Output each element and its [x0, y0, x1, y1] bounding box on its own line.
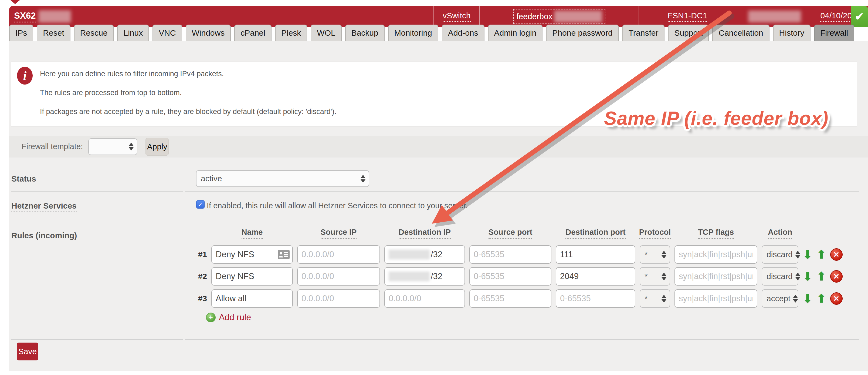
- rule3-destination-ip-input[interactable]: [384, 289, 465, 308]
- rule2-destination-port-input[interactable]: [556, 267, 636, 286]
- delete-icon[interactable]: ✕: [830, 248, 843, 261]
- delete-icon[interactable]: ✕: [830, 292, 843, 305]
- tab-monitoring[interactable]: Monitoring: [388, 25, 438, 41]
- apply-button[interactable]: Apply: [146, 138, 169, 155]
- tab-wol[interactable]: WOL: [311, 25, 341, 41]
- rule-number: #3: [190, 294, 207, 303]
- annotation-text: Same IP (i.e. feeder box): [604, 108, 829, 129]
- tab-firewall[interactable]: Firewall: [814, 25, 854, 41]
- rule2-protocol-select[interactable]: *: [640, 267, 670, 286]
- tab-cpanel[interactable]: cPanel: [234, 25, 272, 41]
- server-name-text: feederbox: [516, 12, 552, 21]
- rule1-source-ip-input[interactable]: [297, 245, 380, 264]
- server-type-link[interactable]: SX62: [14, 10, 36, 22]
- tab-admin-login[interactable]: Admin login: [488, 25, 543, 41]
- info-line-1: Here you can define rules to filter inco…: [40, 70, 224, 78]
- server-title-group: SX62: [9, 6, 433, 27]
- rule2-name-input[interactable]: [211, 267, 293, 286]
- move-up-icon[interactable]: ⬆: [816, 249, 827, 260]
- vswitch-link[interactable]: vSwitch: [443, 11, 470, 22]
- rule1-protocol-select[interactable]: *: [640, 245, 670, 264]
- firewall-template-select[interactable]: [88, 138, 137, 155]
- vswitch-section: vSwitch: [433, 6, 479, 27]
- page: SX62 vSwitch feederbox FSN1-DC1 04/10/20…: [0, 0, 868, 375]
- rule3-name-input[interactable]: [211, 289, 293, 308]
- row-divider: [185, 191, 859, 192]
- rule1-destination-ip-input[interactable]: /32: [384, 245, 465, 264]
- tab-support[interactable]: Support: [668, 25, 709, 41]
- rule3-destination-port-input[interactable]: [556, 289, 636, 308]
- rule2-source-port-input[interactable]: [469, 267, 551, 286]
- select-arrows-icon: [796, 272, 800, 281]
- tab-ips[interactable]: IPs: [9, 25, 33, 41]
- hetzner-services-checkbox[interactable]: ✓: [196, 200, 205, 208]
- status-label: Status: [11, 174, 36, 183]
- hetzner-services-text: If enabled, this rule will allow all Het…: [207, 201, 468, 210]
- col-header-name[interactable]: Name: [242, 228, 263, 239]
- delete-icon[interactable]: ✕: [830, 270, 843, 283]
- info-icon: i: [17, 67, 33, 85]
- col-header-protocol[interactable]: Protocol: [639, 228, 671, 239]
- server-name-section: feederbox: [479, 6, 639, 27]
- move-down-icon[interactable]: ⬇: [803, 270, 813, 282]
- save-button[interactable]: Save: [17, 343, 38, 360]
- redacted-ip-value: [389, 250, 430, 259]
- rule1-source-port-input[interactable]: [469, 245, 551, 264]
- rules-header-row: Name Source IP Destination IP Source por…: [190, 228, 848, 239]
- rule2-source-ip-input[interactable]: [297, 267, 380, 286]
- rule1-action-select[interactable]: discard: [762, 245, 798, 264]
- tab-transfer[interactable]: Transfer: [622, 25, 665, 41]
- rules-incoming-label: Rules (incoming): [11, 231, 77, 240]
- status-select[interactable]: active: [196, 170, 369, 187]
- tab-vnc[interactable]: VNC: [153, 25, 182, 41]
- col-header-destination-port[interactable]: Destination port: [565, 228, 625, 239]
- col-header-tcp-flags[interactable]: TCP flags: [698, 228, 734, 239]
- row-divider: [185, 220, 859, 220]
- rule3-action-select[interactable]: accept: [762, 289, 798, 308]
- redacted-ip-section: [736, 6, 813, 27]
- row-divider: [11, 191, 183, 192]
- move-down-icon[interactable]: ⬇: [803, 293, 813, 305]
- col-header-source-port[interactable]: Source port: [489, 228, 532, 239]
- tab-windows[interactable]: Windows: [186, 25, 231, 41]
- rule2-action-select[interactable]: discard: [762, 267, 798, 286]
- rule-number: #1: [190, 250, 207, 259]
- rule3-protocol-select[interactable]: *: [640, 289, 670, 308]
- move-up-icon[interactable]: ⬆: [816, 293, 827, 305]
- tab-cancellation[interactable]: Cancellation: [712, 25, 769, 41]
- row-divider: [11, 339, 183, 340]
- tab-rescue[interactable]: Rescue: [74, 25, 114, 41]
- server-name-field[interactable]: feederbox: [513, 9, 605, 24]
- col-header-destination-ip[interactable]: Destination IP: [399, 228, 451, 239]
- rule-row-1: #1 /32 * discard: [190, 245, 848, 264]
- contact-card-icon[interactable]: [278, 250, 289, 260]
- datacenter-link[interactable]: FSN1-DC1: [668, 11, 707, 22]
- rule1-tcp-flags-input[interactable]: [675, 245, 757, 264]
- checkbox-check-icon: ✓: [197, 201, 203, 208]
- tab-backup[interactable]: Backup: [345, 25, 384, 41]
- tab-addons[interactable]: Add-ons: [442, 25, 485, 41]
- add-rule-button[interactable]: + Add rule: [206, 312, 251, 322]
- col-header-source-ip[interactable]: Source IP: [321, 228, 357, 239]
- server-header-bar: SX62 vSwitch feederbox FSN1-DC1 04/10/20…: [9, 6, 868, 27]
- tab-reset[interactable]: Reset: [37, 25, 70, 41]
- rule1-destination-port-input[interactable]: [556, 245, 636, 264]
- select-arrows-icon: [793, 295, 798, 302]
- select-arrows-icon: [661, 251, 666, 259]
- col-header-action[interactable]: Action: [768, 228, 792, 239]
- datacenter-section: FSN1-DC1: [639, 6, 736, 27]
- redacted-ip-value: [389, 271, 430, 281]
- rule2-tcp-flags-input[interactable]: [675, 267, 757, 286]
- tab-phone-password[interactable]: Phone password: [546, 25, 619, 41]
- server-ok-status-button[interactable]: ✔: [851, 6, 868, 27]
- rule3-source-port-input[interactable]: [469, 289, 551, 308]
- move-up-icon[interactable]: ⬆: [816, 270, 827, 282]
- rule3-source-ip-input[interactable]: [297, 289, 380, 308]
- move-down-icon[interactable]: ⬇: [803, 249, 813, 260]
- tab-history[interactable]: History: [773, 25, 810, 41]
- tab-plesk[interactable]: Plesk: [275, 25, 307, 41]
- rule3-tcp-flags-input[interactable]: [675, 289, 757, 308]
- firewall-template-row: Firewall template: Apply: [9, 136, 868, 157]
- rule2-destination-ip-input[interactable]: /32: [384, 267, 465, 286]
- tab-linux[interactable]: Linux: [117, 25, 149, 41]
